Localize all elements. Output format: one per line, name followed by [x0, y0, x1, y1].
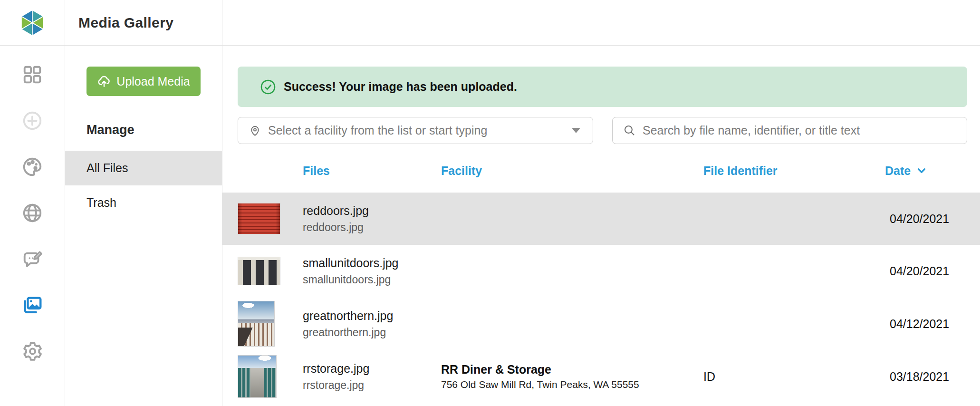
cube-logo-icon: [19, 9, 45, 37]
file-date: 03/18/2021: [885, 370, 980, 384]
dashboard-grid-icon: [21, 64, 43, 86]
file-thumbnail[interactable]: [238, 301, 275, 347]
table-row[interactable]: smallunitdoors.jpg smallunitdoors.jpg 04…: [222, 245, 980, 297]
upload-media-button[interactable]: Upload Media: [86, 67, 201, 96]
main-content: Success! Your image has been uploaded. S…: [222, 0, 980, 406]
file-thumbnail[interactable]: [238, 203, 280, 234]
sort-chevron-down-icon: [915, 164, 928, 177]
nav-settings[interactable]: [21, 340, 43, 362]
file-title: greatnorthern.jpg: [303, 309, 441, 323]
logo-cell: [0, 0, 65, 46]
file-name: rrstorage.jpg: [303, 379, 441, 392]
file-name: greatnorthern.jpg: [303, 326, 441, 339]
globe-icon: [21, 202, 43, 224]
map-pin-icon: [249, 124, 261, 137]
filter-bar: Select a facility from the list or start…: [238, 117, 967, 144]
page-title: Media Gallery: [78, 15, 173, 31]
search-icon: [623, 124, 636, 137]
nav-add[interactable]: [21, 110, 43, 132]
success-message: Success! Your image has been uploaded.: [284, 80, 517, 94]
palette-icon: [21, 156, 43, 178]
main-header-strip: [222, 0, 980, 46]
table-header-row: Files Facility File Identifier Date: [222, 162, 980, 179]
column-header-date[interactable]: Date: [885, 164, 980, 178]
chevron-down-icon: [572, 128, 580, 133]
nav-design[interactable]: [21, 156, 43, 178]
facility-select-placeholder: Select a facility from the list or start…: [268, 124, 582, 137]
file-date: 04/20/2021: [885, 212, 980, 226]
file-date: 04/12/2021: [885, 317, 980, 331]
file-date: 04/20/2021: [885, 264, 980, 278]
table-row[interactable]: greatnorthern.jpg greatnorthern.jpg 04/1…: [222, 297, 980, 350]
search-input[interactable]: [643, 124, 956, 137]
nav-website[interactable]: [21, 202, 43, 224]
check-circle-icon: [259, 78, 277, 96]
file-list: reddoors.jpg reddoors.jpg 04/20/2021 sma…: [222, 193, 980, 403]
manage-heading: Manage: [86, 123, 222, 137]
settings-gear-icon: [21, 340, 43, 362]
icon-rail: [0, 0, 65, 406]
file-name: smallunitdoors.jpg: [303, 273, 441, 286]
upload-media-label: Upload Media: [116, 75, 190, 88]
file-thumbnail[interactable]: [238, 355, 277, 398]
sidebar: Media Gallery Upload Media Manage All Fi…: [65, 0, 222, 406]
nav-dashboard[interactable]: [21, 64, 43, 86]
media-gallery-app: Media Gallery Upload Media Manage All Fi…: [0, 0, 980, 406]
success-banner: Success! Your image has been uploaded.: [238, 67, 967, 107]
table-row[interactable]: reddoors.jpg reddoors.jpg 04/20/2021: [222, 193, 980, 245]
facility-name: RR Diner & Storage: [441, 363, 703, 377]
sidebar-item-all-files[interactable]: All Files: [65, 151, 222, 185]
search-box: [612, 117, 967, 144]
file-title: smallunitdoors.jpg: [303, 256, 441, 270]
file-name: reddoors.jpg: [303, 221, 441, 234]
facility-address: 756 Old Saw Mill Rd, Twin Peaks, WA 5555…: [441, 379, 703, 390]
table-row[interactable]: rrstorage.jpg rrstorage.jpg RR Diner & S…: [222, 350, 980, 403]
nav-media-gallery[interactable]: [21, 294, 43, 316]
cloud-upload-icon: [97, 74, 111, 88]
media-gallery-icon: [21, 294, 43, 316]
nav-feedback[interactable]: [21, 248, 43, 270]
column-header-files[interactable]: Files: [303, 164, 441, 178]
file-title: reddoors.jpg: [303, 204, 441, 218]
primary-nav: [0, 46, 65, 362]
file-title: rrstorage.jpg: [303, 362, 441, 376]
file-identifier: ID: [703, 370, 715, 383]
file-thumbnail[interactable]: [238, 257, 280, 285]
column-header-facility[interactable]: Facility: [441, 164, 703, 178]
sidebar-item-trash[interactable]: Trash: [65, 185, 222, 220]
add-circle-icon: [21, 110, 43, 132]
column-header-file-identifier[interactable]: File Identifier: [703, 164, 885, 178]
feedback-chat-icon: [21, 248, 43, 270]
facility-select[interactable]: Select a facility from the list or start…: [238, 117, 593, 144]
